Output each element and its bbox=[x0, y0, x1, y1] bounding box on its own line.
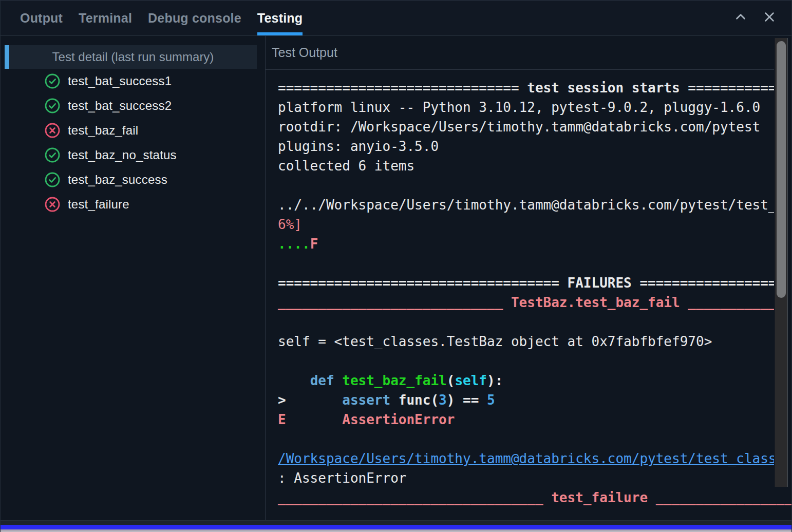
test-item-label: test_baz_success bbox=[68, 173, 167, 187]
panel-body: Test detail (last run summary) test_bat_… bbox=[1, 36, 791, 521]
bottom-gap-strip bbox=[1, 521, 791, 525]
pass-check-icon bbox=[45, 98, 60, 113]
test-output-header: Test Output bbox=[266, 36, 791, 70]
active-tab-underline bbox=[257, 32, 303, 35]
close-icon bbox=[762, 9, 777, 27]
terminal-line: /Workspace/Users/timothy.tamm@databricks… bbox=[278, 449, 791, 468]
terminal-line: platform linux -- Python 3.10.12, pytest… bbox=[278, 98, 791, 117]
terminal-line: plugins: anyio-3.5.0 bbox=[278, 137, 791, 156]
test-sidebar: Test detail (last run summary) test_bat_… bbox=[1, 36, 266, 520]
test-item-test_bat_success1[interactable]: test_bat_success1 bbox=[1, 69, 265, 93]
terminal-line: ============================== test sess… bbox=[278, 78, 791, 98]
test-detail-summary-label: Test detail (last run summary) bbox=[52, 50, 214, 64]
test-item-label: test_failure bbox=[68, 197, 129, 212]
tab-output[interactable]: Output bbox=[20, 1, 63, 35]
test-item-test_baz_success[interactable]: test_baz_success bbox=[1, 167, 265, 192]
pass-check-icon bbox=[45, 172, 60, 187]
terminal-line bbox=[278, 351, 791, 371]
close-panel-button[interactable] bbox=[762, 10, 777, 26]
terminal-line bbox=[278, 254, 791, 273]
scrollbar-thumb[interactable] bbox=[777, 41, 786, 298]
terminal-line bbox=[278, 429, 791, 449]
terminal-line bbox=[278, 176, 791, 195]
panel-tab-bar: OutputTerminalDebug consoleTesting bbox=[1, 0, 791, 36]
terminal-line: E AssertionError bbox=[278, 410, 791, 429]
terminal-line: ../../Workspace/Users/timothy.tamm@datab… bbox=[278, 195, 791, 215]
terminal-line: def test_baz_fail(self): bbox=[278, 371, 791, 390]
test-item-label: test_bat_success2 bbox=[68, 99, 172, 113]
terminal-line: rootdir: /Workspace/Users/timothy.tamm@d… bbox=[278, 117, 791, 137]
terminal-line: self = <test_classes.TestBaz object at 0… bbox=[278, 332, 791, 351]
tab-label: Output bbox=[20, 11, 63, 26]
tab-label: Terminal bbox=[79, 11, 132, 26]
testing-panel: OutputTerminalDebug consoleTesting Test … bbox=[0, 0, 792, 532]
fail-cross-icon bbox=[45, 123, 60, 138]
bottom-gray-bar bbox=[1, 529, 791, 532]
scrollbar-zone bbox=[774, 36, 791, 487]
pass-check-icon bbox=[45, 73, 60, 89]
fail-cross-icon bbox=[45, 197, 60, 212]
tab-testing[interactable]: Testing bbox=[257, 1, 303, 35]
test-item-label: test_baz_no_status bbox=[68, 148, 177, 162]
test-item-test_failure[interactable]: test_failure bbox=[1, 192, 265, 217]
test-detail-summary-item[interactable]: Test detail (last run summary) bbox=[5, 45, 257, 69]
scrollbar-track[interactable] bbox=[775, 38, 788, 487]
terminal-line: collected 6 items bbox=[278, 156, 791, 176]
panel-controls bbox=[733, 1, 791, 35]
terminal-line: > assert func(3) == 5 bbox=[278, 390, 791, 410]
terminal-line: _________________________________ test_f… bbox=[278, 488, 791, 507]
terminal-line: ....F bbox=[278, 234, 791, 254]
file-path-link[interactable]: /Workspace/Users/timothy.tamm@databricks… bbox=[278, 451, 791, 466]
test-item-test_baz_fail[interactable]: test_baz_fail bbox=[1, 118, 265, 143]
tab-label: Debug console bbox=[148, 11, 241, 26]
test-output-title: Test Output bbox=[272, 45, 337, 60]
terminal-line: 6%] bbox=[278, 215, 791, 234]
terminal-line: =================================== FAIL… bbox=[278, 273, 791, 293]
test-output-panel: Test Output ============================… bbox=[266, 36, 791, 520]
tab-label: Testing bbox=[257, 11, 303, 26]
bottom-blue-bar bbox=[1, 525, 791, 529]
terminal-output: ============================== test sess… bbox=[266, 70, 791, 520]
tab-debug-console[interactable]: Debug console bbox=[148, 1, 241, 35]
test-item-test_baz_no_status[interactable]: test_baz_no_status bbox=[1, 143, 265, 167]
terminal-line bbox=[278, 312, 791, 332]
terminal-line: : AssertionError bbox=[278, 468, 791, 488]
chevron-up-icon bbox=[733, 9, 748, 27]
collapse-panel-button[interactable] bbox=[733, 10, 748, 26]
test-item-label: test_baz_fail bbox=[68, 123, 138, 138]
test-item-test_bat_success2[interactable]: test_bat_success2 bbox=[1, 93, 265, 118]
terminal-line: ____________________________ TestBaz.tes… bbox=[278, 293, 791, 312]
pass-check-icon bbox=[45, 147, 60, 163]
tab-terminal[interactable]: Terminal bbox=[79, 1, 132, 35]
test-list: test_bat_success1test_bat_success2test_b… bbox=[1, 69, 265, 217]
test-item-label: test_bat_success1 bbox=[68, 74, 172, 88]
